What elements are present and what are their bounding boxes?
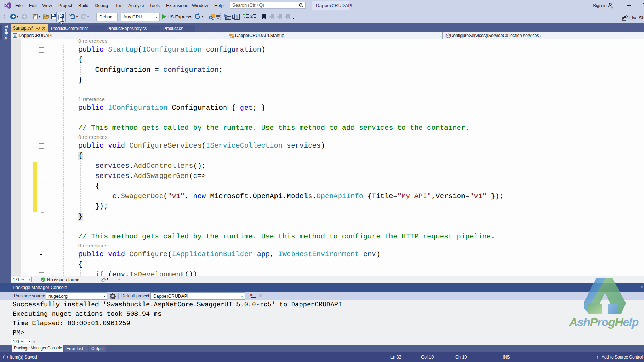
svg-text:2: 2 (250, 14, 253, 18)
